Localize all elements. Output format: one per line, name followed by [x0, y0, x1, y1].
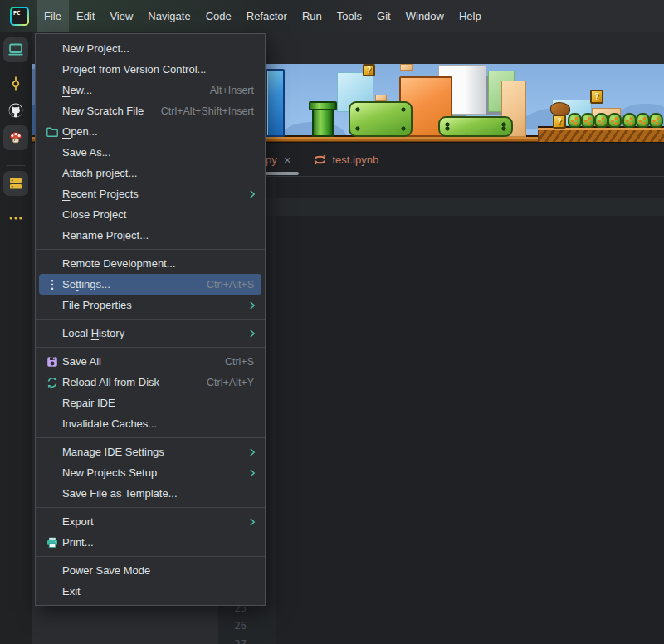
tool-stripe-button[interactable] — [3, 98, 28, 123]
menu-item-label: Open... — [62, 125, 98, 138]
editor-tab-test-ipynb[interactable]: test.ipynb — [313, 143, 379, 176]
banner-bird — [550, 102, 570, 115]
line-number: 26 — [218, 617, 247, 636]
menu-item-label: Manage IDE Settings — [62, 446, 164, 458]
line-number: 27 — [218, 636, 247, 644]
menubar-item-tools[interactable]: Tools — [330, 0, 369, 32]
menu-item-label: Power Save Mode — [62, 564, 150, 577]
tool-stripe-button[interactable] — [3, 37, 28, 62]
menu-item-new-project[interactable]: New Project... — [39, 38, 261, 59]
menu-item-save-all[interactable]: Save AllCtrl+S — [39, 351, 261, 372]
menubar-item-view[interactable]: View — [102, 0, 140, 32]
menu-separator — [36, 347, 265, 348]
menu-item-attach-project[interactable]: Attach project... — [39, 163, 261, 183]
menu-item-export[interactable]: Export — [39, 511, 261, 532]
menu-item-settings[interactable]: Settings...Ctrl+Alt+S — [39, 274, 261, 295]
menu-item-print[interactable]: Print... — [39, 532, 261, 553]
menu-item-label: File Properties — [62, 299, 132, 311]
editor-tab-py[interactable]: py× — [266, 143, 291, 176]
menu-item-new-scratch-file[interactable]: New Scratch FileCtrl+Alt+Shift+Insert — [39, 100, 261, 121]
gutter-divider-line — [276, 177, 276, 644]
menu-item-label: Invalidate Caches... — [62, 417, 157, 430]
close-icon[interactable]: × — [284, 154, 291, 166]
menu-item-close-project[interactable]: Close Project — [39, 204, 261, 225]
menu-item-manage-ide-settings[interactable]: Manage IDE Settings — [39, 442, 261, 462]
menu-item-exit[interactable]: Exit — [39, 581, 261, 602]
printer-icon — [42, 536, 62, 549]
banner-berry-bush — [649, 113, 663, 128]
banner-question-block: ? — [363, 64, 375, 76]
tool-stripe-button[interactable] — [3, 171, 28, 196]
more-icon — [7, 210, 24, 227]
monitor-icon — [7, 41, 24, 58]
banner-ground-platform — [538, 126, 664, 143]
menu-item-file-properties[interactable]: File Properties — [39, 295, 261, 315]
menubar-item-run[interactable]: Run — [295, 0, 330, 32]
menubar-item-help[interactable]: Help — [452, 0, 489, 32]
menu-item-label: Rename Project... — [62, 229, 149, 242]
menu-item-label: New Scratch File — [62, 105, 144, 117]
banner-block — [438, 116, 513, 137]
menu-item-label: Reload All from Disk — [62, 376, 159, 388]
menu-item-label: Project from Version Control... — [62, 63, 206, 76]
banner-block — [400, 64, 413, 71]
save-icon — [42, 355, 62, 368]
menu-item-remote-development[interactable]: Remote Development... — [39, 253, 261, 274]
menubar-item-git[interactable]: Git — [369, 0, 398, 32]
menu-item-new-projects-setup[interactable]: New Projects Setup — [39, 462, 261, 483]
menu-separator — [36, 249, 265, 250]
tab-label: py — [266, 154, 277, 166]
menu-item-label: Exit — [62, 585, 81, 598]
banner-berry-bush — [568, 113, 582, 128]
menu-item-local-history[interactable]: Local History — [39, 323, 261, 344]
database-icon — [7, 175, 24, 192]
menu-item-label: Save All — [62, 355, 101, 368]
menu-item-project-from-version-control[interactable]: Project from Version Control... — [39, 59, 261, 80]
menu-separator — [36, 437, 265, 438]
menu-item-open[interactable]: Open... — [39, 121, 261, 142]
editor-tab-bar: py×test.ipynb — [218, 143, 664, 176]
tool-stripe-button[interactable] — [3, 71, 28, 96]
github-icon — [7, 102, 24, 119]
menu-item-save-file-as-template[interactable]: Save File as Template... — [39, 483, 261, 504]
menu-bar: FileEditViewNavigateCodeRefactorRunTools… — [0, 0, 664, 32]
refresh-icon — [42, 376, 62, 389]
menu-item-save-as[interactable]: Save As... — [39, 142, 261, 163]
tool-stripe-button[interactable] — [3, 206, 28, 231]
menu-item-shortcut: Ctrl+S — [225, 356, 256, 368]
menu-item-invalidate-caches[interactable]: Invalidate Caches... — [39, 413, 261, 434]
menu-item-label: New Projects Setup — [62, 466, 157, 479]
menubar-item-window[interactable]: Window — [398, 0, 452, 32]
left-tool-stripe — [0, 32, 32, 644]
menu-item-repair-ide[interactable]: Repair IDE — [39, 393, 261, 413]
menubar-item-file[interactable]: File — [37, 0, 69, 32]
jupyter-icon — [313, 153, 327, 167]
tab-scroll-thumb[interactable] — [264, 172, 299, 175]
menu-item-label: Recent Projects — [62, 188, 139, 200]
menu-item-label: Repair IDE — [62, 397, 115, 409]
chevron-right-icon — [249, 190, 256, 198]
menu-item-rename-project[interactable]: Rename Project... — [39, 225, 261, 246]
banner-question-block: ? — [590, 90, 603, 104]
chevron-right-icon — [249, 329, 256, 338]
banner-berry-bush — [608, 113, 622, 128]
menubar-item-edit[interactable]: Edit — [69, 0, 102, 32]
menu-item-label: Save As... — [62, 146, 111, 159]
menu-item-new[interactable]: New...Alt+Insert — [39, 80, 261, 100]
folder-icon — [42, 125, 62, 139]
tool-stripe-button[interactable] — [3, 125, 28, 150]
banner-question-block: ? — [553, 115, 566, 129]
menu-item-shortcut: Alt+Insert — [210, 85, 256, 96]
kebab-icon — [42, 278, 62, 291]
menu-item-label: Save File as Template... — [62, 487, 178, 500]
banner-berry-bush — [581, 113, 595, 128]
menu-item-power-save-mode[interactable]: Power Save Mode — [39, 560, 261, 581]
chevron-right-icon — [249, 518, 256, 526]
menu-item-reload-all-from-disk[interactable]: Reload All from DiskCtrl+Alt+Y — [39, 372, 261, 393]
pycharm-logo-icon: PC — [10, 7, 29, 26]
menubar-item-code[interactable]: Code — [198, 0, 239, 32]
menubar-item-navigate[interactable]: Navigate — [140, 0, 198, 32]
menu-item-shortcut: Ctrl+Alt+S — [207, 279, 256, 290]
menu-item-recent-projects[interactable]: Recent Projects — [39, 183, 261, 204]
menubar-item-refactor[interactable]: Refactor — [239, 0, 295, 32]
